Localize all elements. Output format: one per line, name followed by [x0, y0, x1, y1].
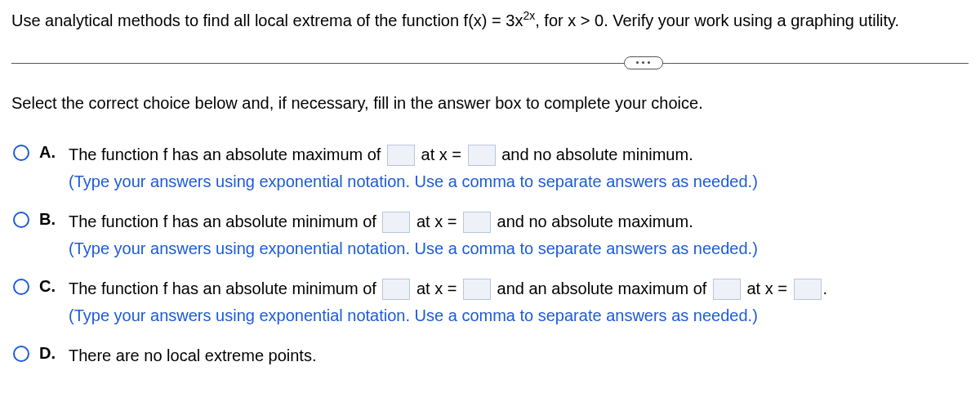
choice-c-hint: (Type your answers using exponential not…	[69, 303, 969, 328]
choice-a-text-3: and no absolute minimum.	[497, 145, 693, 163]
choice-b-text-1: The function f has an absolute minimum o…	[69, 212, 381, 230]
choice-b-text-3: and no absolute maximum.	[492, 212, 693, 230]
choice-b-label: B.	[39, 210, 59, 229]
choice-b-input-1[interactable]	[382, 212, 410, 233]
radio-c[interactable]	[13, 279, 29, 295]
question-prefix: Use analytical methods to find all local…	[11, 11, 523, 29]
choice-c-label: C.	[39, 277, 59, 296]
choice-b-text-2: at x =	[412, 212, 461, 230]
choice-a-input-2[interactable]	[468, 145, 496, 166]
section-divider	[11, 55, 969, 71]
choice-c: C. The function f has an absolute minimu…	[13, 276, 969, 328]
choice-c-text-1: The function f has an absolute minimum o…	[69, 279, 381, 297]
choice-a-body: The function f has an absolute maximum o…	[69, 142, 969, 194]
radio-d[interactable]	[13, 346, 29, 362]
choice-a-text-1: The function f has an absolute maximum o…	[69, 145, 385, 163]
choice-a: A. The function f has an absolute maximu…	[13, 142, 969, 194]
dot-icon	[648, 61, 650, 64]
choice-d-body: There are no local extreme points.	[69, 343, 969, 369]
choice-a-label: A.	[39, 143, 59, 162]
choice-c-input-3[interactable]	[713, 279, 741, 300]
choice-c-input-1[interactable]	[382, 279, 410, 300]
radio-b[interactable]	[13, 212, 29, 228]
choice-b-body: The function f has an absolute minimum o…	[69, 209, 969, 261]
choice-c-text-4: at x =	[742, 279, 792, 297]
choice-b-input-2[interactable]	[463, 212, 491, 233]
choices-group: A. The function f has an absolute maximu…	[11, 142, 969, 369]
choice-d-label: D.	[39, 344, 59, 363]
choice-d-text: There are no local extreme points.	[69, 346, 317, 364]
choice-b: B. The function f has an absolute minimu…	[13, 209, 969, 261]
question-stem: Use analytical methods to find all local…	[11, 8, 969, 32]
choice-a-hint: (Type your answers using exponential not…	[69, 169, 969, 194]
choice-d: D. There are no local extreme points.	[13, 343, 969, 369]
question-exponent: 2x	[523, 9, 535, 22]
choice-c-input-4[interactable]	[794, 279, 822, 300]
choice-a-input-1[interactable]	[387, 145, 415, 166]
choice-c-text-5: .	[823, 279, 828, 297]
dot-icon	[636, 61, 639, 64]
choice-a-text-2: at x =	[416, 145, 466, 163]
choice-c-text-3: and an absolute maximum of	[492, 279, 711, 297]
instruction-text: Select the correct choice below and, if …	[11, 94, 969, 113]
question-suffix: , for x > 0. Verify your work using a gr…	[535, 11, 899, 29]
divider-expand-pill[interactable]	[624, 56, 663, 69]
dot-icon	[642, 61, 644, 64]
choice-b-hint: (Type your answers using exponential not…	[69, 236, 969, 261]
choice-c-text-2: at x =	[412, 279, 461, 297]
choice-c-body: The function f has an absolute minimum o…	[69, 276, 969, 328]
choice-c-input-2[interactable]	[463, 279, 491, 300]
radio-a[interactable]	[13, 145, 29, 161]
divider-line	[11, 63, 969, 64]
